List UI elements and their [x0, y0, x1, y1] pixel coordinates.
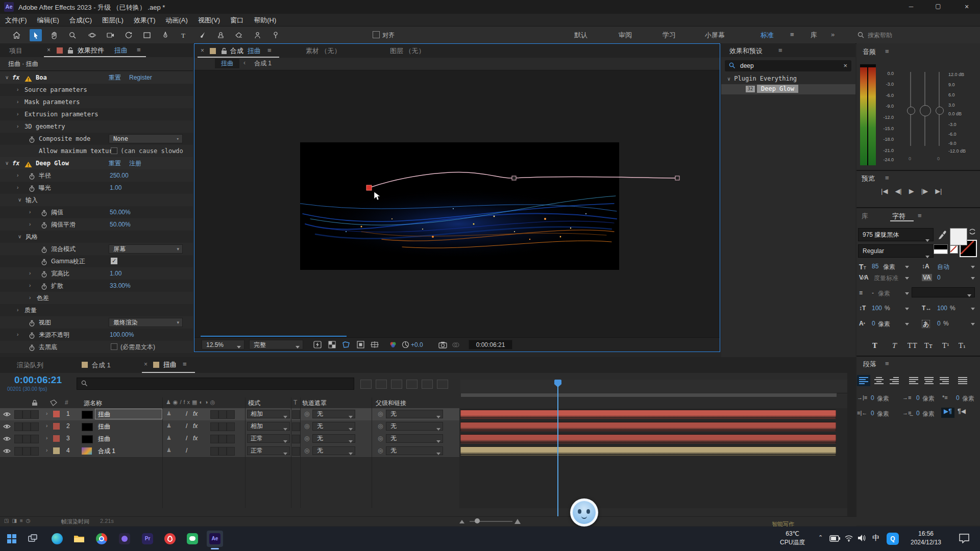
param-dropdown[interactable]: None▾ — [109, 134, 183, 143]
workspace-menu-icon[interactable]: ≡ — [790, 31, 794, 38]
snap-toggle[interactable]: 对齐 — [373, 31, 395, 40]
crumb-parent[interactable]: 合成 1 — [254, 59, 272, 68]
twirl-icon[interactable]: › — [29, 280, 31, 292]
panel-title[interactable]: 预览 — [862, 174, 875, 183]
panel-menu-icon[interactable]: ≡ — [885, 47, 889, 55]
section-label[interactable]: 风格 — [26, 231, 38, 243]
matte-pickwhip-icon[interactable]: ◎ — [304, 410, 309, 417]
track-matte-select[interactable]: 无 — [312, 422, 355, 431]
switch-cell[interactable] — [218, 435, 227, 443]
hand-tool-icon[interactable] — [48, 29, 60, 41]
effect-row[interactable]: ›曝光1.00 — [0, 182, 193, 194]
font-family-select[interactable]: 975 朦胧黑体 — [858, 228, 934, 241]
effect-row[interactable]: ›半径250.00 — [0, 169, 193, 182]
effect-row[interactable]: ›Extrusion parameters — [0, 108, 193, 120]
play-button[interactable]: ▶ — [909, 187, 914, 195]
pen-tool-icon[interactable] — [159, 29, 172, 41]
indent-value[interactable]: 0 — [871, 410, 874, 417]
panel-menu-icon[interactable]: ≡ — [137, 46, 141, 54]
mask-visibility-icon[interactable] — [355, 340, 365, 349]
switch-cell[interactable] — [210, 410, 218, 419]
tab-composition[interactable]: 合成 — [230, 46, 243, 56]
frame-blend-icon[interactable] — [406, 380, 418, 389]
layer-twirl-icon[interactable]: › — [46, 423, 47, 429]
playhead-line[interactable] — [557, 386, 558, 516]
close-button[interactable]: × — [953, 0, 980, 14]
media-app-icon[interactable]: Pr — [139, 531, 156, 547]
clear-search-icon[interactable]: × — [843, 62, 847, 69]
blend-mode-select[interactable]: 相加 — [247, 410, 290, 418]
switch-cell[interactable] — [210, 447, 218, 456]
twirl-icon[interactable]: › — [17, 108, 18, 120]
effect-row[interactable]: ›来源不透明100.00% — [0, 329, 193, 341]
indent-value[interactable]: 0 — [956, 394, 960, 402]
parent-pickwhip-icon[interactable]: ◎ — [378, 435, 383, 442]
tsume-dropdown-icon[interactable] — [971, 320, 975, 327]
tab-footage[interactable]: 素材 （无） — [306, 46, 341, 56]
switch-cell[interactable] — [227, 435, 235, 443]
indent-value[interactable]: 0 — [871, 394, 874, 402]
param-value[interactable]: 50.00% — [110, 206, 131, 218]
matte-pickwhip-icon[interactable]: ◎ — [304, 422, 309, 430]
time-ruler[interactable] — [460, 380, 847, 393]
quality-switch[interactable]: / — [186, 447, 187, 454]
eye-icon[interactable] — [3, 412, 11, 417]
twirl-icon[interactable]: › — [29, 206, 31, 218]
effect-row[interactable]: ›阈值50.00% — [0, 206, 193, 218]
task-view-icon[interactable] — [24, 531, 41, 547]
leading-dropdown-icon[interactable] — [971, 263, 975, 270]
twirl-icon[interactable]: ∨ — [18, 194, 21, 206]
zoom-select[interactable]: 12.5% — [202, 340, 244, 349]
layer-name[interactable]: 扭曲 — [98, 435, 110, 443]
switch-cell[interactable] — [227, 447, 235, 456]
group-label[interactable]: 质量 — [24, 304, 37, 316]
music-app-icon[interactable] — [162, 531, 178, 547]
layer-duration-bar-3[interactable] — [460, 434, 836, 443]
tab-project[interactable]: 项目 — [9, 46, 22, 56]
composition-canvas[interactable] — [300, 142, 619, 270]
register-link[interactable]: Register — [129, 71, 152, 84]
tab-close-icon[interactable]: × — [47, 46, 51, 54]
channels-icon[interactable] — [388, 340, 398, 349]
help-search[interactable]: 搜索帮助 — [857, 30, 975, 40]
tab-library[interactable]: 库 — [862, 212, 868, 221]
timeline-zoom-knob[interactable] — [475, 518, 480, 523]
param-value[interactable]: 250.00 — [110, 169, 129, 182]
font-size-dropdown-icon[interactable] — [905, 263, 909, 270]
effect-row[interactable]: Composite modeNone▾ — [0, 133, 193, 145]
parent-pickwhip-icon[interactable]: ◎ — [378, 422, 383, 430]
tracking-value[interactable]: 0 — [937, 274, 941, 281]
switch-cell[interactable] — [227, 422, 235, 431]
tab-active-comp[interactable]: 扭曲 — [163, 360, 177, 369]
vertical-scale-value[interactable]: 100 — [872, 305, 882, 312]
effect-row[interactable]: ›扩散33.00% — [0, 280, 193, 292]
twirl-icon[interactable]: › — [17, 96, 18, 108]
camera-tool-icon[interactable] — [104, 29, 116, 41]
av-cell[interactable] — [22, 422, 31, 431]
shy-switch[interactable]: ♟ — [166, 410, 172, 417]
draft-3d-icon[interactable] — [376, 380, 387, 389]
current-timecode[interactable]: 0:00:06:21 — [14, 374, 62, 386]
av-cell[interactable] — [31, 435, 39, 443]
ime-indicator[interactable]: 中 — [872, 534, 879, 543]
last-frame-button[interactable]: ▶| — [935, 187, 942, 195]
layer-name[interactable]: 合成 1 — [98, 447, 115, 456]
text-direction-rtl-button[interactable]: ¶◀ — [958, 408, 966, 415]
stamp-tool-icon[interactable] — [214, 29, 227, 41]
register-link[interactable]: 注册 — [129, 157, 141, 169]
layer-twirl-icon[interactable]: › — [46, 435, 47, 441]
font-size-value[interactable]: 85 — [872, 263, 878, 270]
fx-switch[interactable]: fx — [193, 422, 198, 430]
snapshot-camera-icon[interactable] — [437, 340, 448, 349]
effect-row[interactable]: ›宽高比1.00 — [0, 267, 193, 280]
tab-close-icon[interactable]: × — [201, 47, 204, 54]
align-button-3[interactable] — [888, 375, 901, 386]
effect-row[interactable]: Allow maximum texture(can cause slowdo — [0, 145, 193, 157]
shy-switch[interactable]: ♟ — [166, 447, 172, 454]
effect-row[interactable]: ›Source parameters — [0, 84, 193, 96]
effect-row[interactable]: ›色差 — [0, 292, 193, 304]
orbit-tool-icon[interactable] — [86, 29, 98, 41]
param-value[interactable]: 33.00% — [110, 280, 131, 292]
twirl-icon[interactable]: › — [17, 304, 18, 316]
matte-pickwhip-icon[interactable]: ◎ — [304, 435, 309, 442]
